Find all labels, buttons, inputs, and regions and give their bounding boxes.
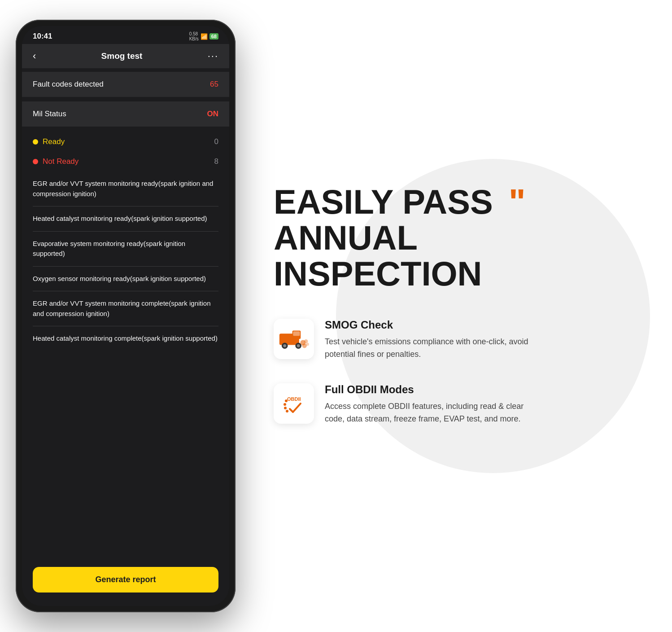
smog-check-feature: SMOG Check Test vehicle's emissions comp… xyxy=(274,319,645,361)
not-ready-dot-icon xyxy=(33,159,38,164)
nav-bar: ‹ Smog test ··· xyxy=(22,44,229,68)
phone-content-area: Fault codes detected 65 Mil Status ON Re… xyxy=(22,68,229,560)
obdii-feature: OBDII Full OBDII Modes Access complete O… xyxy=(274,383,645,426)
status-icons: 0.58KB/s 📶 68 xyxy=(189,31,218,41)
battery-icon: 68 xyxy=(209,33,218,40)
list-item: Heated catalyst monitoring complete(spar… xyxy=(33,326,218,351)
smog-check-title: SMOG Check xyxy=(325,319,540,331)
phone-status-bar: 10:41 0.58KB/s 📶 68 xyxy=(22,26,229,44)
list-item-text: Oxygen sensor monitoring ready(spark ign… xyxy=(33,275,206,282)
marketing-section: EASILY PASS " ANNUAL INSPECTION xyxy=(251,0,672,632)
status-time: 10:41 xyxy=(33,32,52,41)
phone-mockup-section: 10:41 0.58KB/s 📶 68 ‹ Smog test ··· Faul… xyxy=(0,0,251,632)
headline-line2: ANNUAL xyxy=(274,219,418,257)
monitoring-list: EGR and/or VVT system monitoring ready(s… xyxy=(22,171,229,351)
fault-codes-label: Fault codes detected xyxy=(33,80,104,89)
more-button[interactable]: ··· xyxy=(208,50,218,62)
not-ready-count: 8 xyxy=(214,157,218,166)
svg-point-8 xyxy=(304,339,308,342)
list-item: Evaporative system monitoring ready(spar… xyxy=(33,232,218,267)
list-item-text: Heated catalyst monitoring ready(spark i… xyxy=(33,215,207,222)
truck-icon xyxy=(278,327,310,351)
list-item-text: Heated catalyst monitoring complete(spar… xyxy=(33,334,218,342)
back-button[interactable]: ‹ xyxy=(33,50,36,62)
obdii-text: Full OBDII Modes Access complete OBDII f… xyxy=(325,383,540,426)
right-content: EASILY PASS " ANNUAL INSPECTION xyxy=(274,184,645,448)
fault-codes-row: Fault codes detected 65 xyxy=(22,72,229,97)
phone-inner-screen: 10:41 0.58KB/s 📶 68 ‹ Smog test ··· Faul… xyxy=(22,26,229,606)
svg-point-12 xyxy=(284,403,286,406)
mil-status-label: Mil Status xyxy=(33,110,66,118)
smog-check-description: Test vehicle's emissions compliance with… xyxy=(325,336,540,361)
ready-dot-icon xyxy=(33,139,38,145)
list-item: EGR and/or VVT system monitoring ready(s… xyxy=(33,171,218,206)
smog-check-icon-box xyxy=(274,319,314,359)
headline-line3: INSPECTION xyxy=(274,255,482,293)
ready-item: Ready 0 xyxy=(33,132,218,152)
wifi-icon: 📶 xyxy=(201,33,208,40)
list-item-text: Evaporative system monitoring ready(spar… xyxy=(33,240,185,258)
obdii-icon-box: OBDII xyxy=(274,383,314,424)
ready-item-left: Ready xyxy=(33,137,65,146)
list-item: Oxygen sensor monitoring ready(spark ign… xyxy=(33,267,218,292)
not-ready-item-left: Not Ready xyxy=(33,157,79,166)
mil-status-value: ON xyxy=(207,110,219,118)
quote-icon: " xyxy=(509,182,526,222)
obdii-icon: OBDII xyxy=(274,383,314,424)
obdii-description: Access complete OBDII features, includin… xyxy=(325,400,540,426)
svg-point-13 xyxy=(284,407,287,409)
svg-point-4 xyxy=(283,344,286,347)
list-item-text: EGR and/or VVT system monitoring ready(s… xyxy=(33,180,213,198)
not-ready-item: Not Ready 8 xyxy=(33,152,218,171)
list-item: EGR and/or VVT system monitoring complet… xyxy=(33,291,218,326)
svg-point-6 xyxy=(297,344,300,347)
screen-title: Smog test xyxy=(101,51,143,61)
smog-check-text: SMOG Check Test vehicle's emissions comp… xyxy=(325,319,540,361)
obdii-title: Full OBDII Modes xyxy=(325,383,540,396)
svg-text:OBDII: OBDII xyxy=(287,396,301,402)
fault-codes-value: 65 xyxy=(210,80,218,89)
not-ready-label: Not Ready xyxy=(43,157,79,166)
obdii-dots-arc-icon: OBDII xyxy=(282,391,306,416)
svg-point-14 xyxy=(286,410,288,413)
svg-rect-2 xyxy=(293,331,300,336)
headline-line1: EASILY PASS xyxy=(274,183,493,221)
phone-outer-frame: 10:41 0.58KB/s 📶 68 ‹ Smog test ··· Faul… xyxy=(16,20,236,612)
signal-text: 0.58KB/s xyxy=(189,31,199,41)
svg-point-10 xyxy=(306,342,309,346)
main-headline: EASILY PASS " ANNUAL INSPECTION xyxy=(274,184,645,292)
ready-status-section: Ready 0 Not Ready 8 xyxy=(22,132,229,171)
generate-report-button[interactable]: Generate report xyxy=(33,567,218,592)
bottom-button-area: Generate report xyxy=(22,560,229,606)
list-item-text: EGR and/or VVT system monitoring complet… xyxy=(33,299,211,317)
ready-count: 0 xyxy=(214,137,218,146)
mil-status-row: Mil Status ON xyxy=(22,101,229,127)
ready-label: Ready xyxy=(43,137,65,146)
list-item: Heated catalyst monitoring ready(spark i… xyxy=(33,206,218,232)
